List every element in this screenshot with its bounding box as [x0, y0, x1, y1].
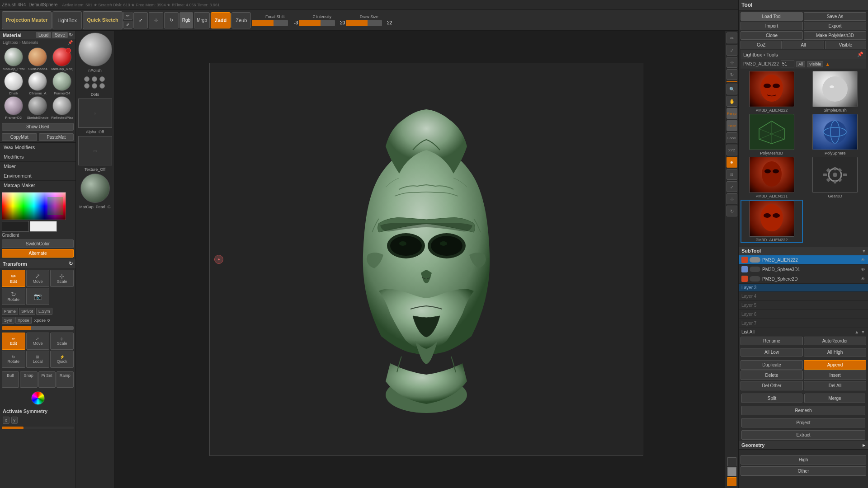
edit-icon-button[interactable]: ✏ — [123, 12, 132, 20]
load-tool-btn[interactable]: Load Tool — [741, 12, 803, 21]
environment-item[interactable]: Environment — [0, 171, 75, 181]
layer-5-slot[interactable]: Layer 5 — [739, 301, 868, 310]
clone-btn[interactable]: Clone — [741, 31, 803, 40]
mini-move2-btn[interactable]: ⤢ — [726, 181, 737, 192]
subtool-toggle-sphere2d[interactable] — [750, 276, 760, 282]
dot-4[interactable] — [84, 83, 90, 89]
make-polymesh-btn[interactable]: Make PolyMesh3D — [804, 31, 866, 40]
mini-brush-icon[interactable]: ✏ — [726, 33, 737, 43]
transform-slider[interactable] — [2, 326, 74, 330]
alpha-preview[interactable]: ○ — [78, 99, 112, 128]
subtool-item-sphere2d[interactable]: PM3D_Sphere2D 👁 — [739, 274, 868, 284]
subtool-toggle-alien222[interactable] — [750, 257, 760, 263]
matcap-maker-item[interactable]: Matcap Maker — [0, 181, 75, 190]
rotate-mode-btn[interactable]: ↻ — [164, 12, 179, 28]
subtool-eye-alien222[interactable]: 👁 — [861, 258, 865, 263]
mini-frame-btn[interactable]: ⊡ — [726, 169, 737, 180]
tool-thumb-polymesh3d[interactable]: PolyMesh3D — [741, 114, 803, 155]
material-item-reflected[interactable]: ReflectedPlastic — [50, 96, 74, 120]
mini-zoom-icon[interactable]: 🔍 — [726, 84, 737, 94]
tool-thumb-simplebrush[interactable]: SimpleBrush — [804, 71, 867, 113]
lightbox-pin-icon[interactable]: 📌 — [857, 52, 863, 57]
texture-preview[interactable]: ▭ — [78, 136, 112, 165]
mini-swatch-dark[interactable] — [727, 457, 736, 466]
material-item-framer02[interactable]: FramerO2 — [2, 96, 25, 120]
mini-scale2-btn[interactable]: ⊹ — [726, 193, 737, 204]
zeub-button[interactable]: Zeub — [231, 12, 251, 28]
append-btn[interactable]: Append — [804, 360, 866, 370]
subtool-item-alien222[interactable]: PM3D_ALIEN222 👁 — [739, 255, 868, 265]
mini-scale-icon[interactable]: ⊹ — [726, 57, 737, 68]
mini-persp-btn[interactable]: Persp — [726, 108, 737, 119]
lightbox-button[interactable]: LightBox — [52, 11, 82, 29]
tool-thumb-gear3d[interactable]: Gear3D — [804, 157, 867, 198]
draw-size-slider[interactable] — [346, 20, 382, 26]
material-item-chrome[interactable]: Chrome_A — [26, 72, 50, 95]
up-btn-subtool[interactable]: ▲ — [854, 329, 859, 334]
move-btn-2[interactable]: ⤢ Move — [26, 333, 50, 350]
lsym-btn[interactable]: L.Sym — [36, 308, 52, 315]
dot-5[interactable] — [92, 83, 97, 89]
material-item-framer04[interactable]: FramerO4 — [50, 72, 74, 95]
subtool-eye-sphere3d1[interactable]: 👁 — [861, 267, 865, 272]
all-btn[interactable]: All — [783, 41, 824, 49]
scroll-input[interactable] — [781, 61, 794, 67]
other-btn[interactable]: Other — [741, 466, 866, 476]
matcap-preview[interactable] — [80, 174, 110, 203]
all-high-btn[interactable]: All High — [804, 348, 866, 357]
edit-btn-2[interactable]: ✏ Edit — [2, 333, 25, 350]
wax-modifiers-item[interactable]: Wax Modifiers — [0, 143, 75, 152]
del-all-btn[interactable]: Del All — [804, 381, 866, 390]
down-btn-subtool[interactable]: ▼ — [861, 329, 865, 334]
local-btn[interactable]: ⊞ Local — [26, 351, 50, 368]
canvas-inner[interactable]: ● — [209, 63, 643, 456]
xpose-btn[interactable]: Xpose — [15, 317, 32, 324]
color-swatch-white[interactable] — [30, 221, 57, 232]
material-item-skinshed[interactable]: SkinShade4 — [26, 47, 50, 71]
brush-preview[interactable] — [78, 33, 112, 66]
material-save-btn[interactable]: Save — [52, 32, 68, 38]
breadcrumb-pin[interactable]: 📌 — [68, 40, 73, 45]
color-swatch-black[interactable] — [2, 221, 29, 232]
split-btn[interactable]: Split — [741, 394, 802, 403]
zadd-button[interactable]: Zadd — [211, 12, 231, 28]
material-item-matcap-pearl[interactable]: MatCap_Pearl_G — [2, 47, 25, 71]
remesh-btn[interactable]: Remesh — [741, 406, 865, 415]
goz-btn[interactable]: GoZ — [741, 41, 782, 49]
draw-transform-btn[interactable]: ✏ Edit — [2, 270, 25, 287]
visible-btn-right[interactable]: Visible — [825, 41, 866, 49]
del-other-btn[interactable]: Del Other — [741, 381, 803, 390]
symmetry-x-btn[interactable]: x — [3, 417, 9, 424]
mini-swatch-orange[interactable] — [727, 477, 736, 486]
spivot-btn[interactable]: SPivot — [19, 308, 35, 315]
ramp-btn[interactable]: Ramp — [57, 371, 74, 388]
canvas-area[interactable]: ● — [114, 31, 738, 488]
all-low-btn[interactable]: All Low — [741, 348, 803, 357]
material-item-sketchshaded[interactable]: SketchShaded3 — [26, 96, 50, 120]
tool-thumb-alien222-2[interactable]: PM3D_ALIEN222 — [741, 200, 803, 243]
mini-pan-icon[interactable]: ✋ — [726, 96, 737, 107]
rename-btn[interactable]: Rename — [741, 337, 803, 345]
scale-mode-btn[interactable]: ⊹ — [149, 12, 163, 28]
refresh-icon[interactable]: ↻ — [69, 32, 73, 38]
symmetry-slider[interactable] — [2, 427, 74, 429]
dot-2[interactable] — [92, 76, 97, 82]
mini-orange-btn[interactable]: ⊕ — [726, 157, 737, 168]
high-btn[interactable]: High — [741, 455, 866, 465]
color-canvas[interactable] — [2, 192, 66, 220]
show-used-button[interactable]: Show Used — [2, 123, 74, 131]
export-btn[interactable]: Export — [804, 22, 866, 30]
visible-toggle-btn[interactable]: Visible — [807, 61, 823, 67]
subtool-toggle-sphere3d1[interactable] — [750, 267, 760, 272]
mini-local-btn[interactable]: Local — [726, 132, 737, 143]
subtool-item-sphere3d1[interactable]: PM3D_Sphere3D1 👁 — [739, 265, 868, 274]
subtool-toggle-icon[interactable]: ▾ — [863, 248, 865, 254]
symmetry-y-btn[interactable]: y — [11, 417, 18, 424]
all-visible-btn[interactable]: All — [796, 61, 805, 67]
rotate-btn-2[interactable]: ↻ Rotate — [2, 351, 25, 368]
rotate-transform-btn[interactable]: ↻ Rotate — [2, 288, 25, 305]
piset-btn[interactable]: Pi Set — [38, 371, 56, 388]
up-arrow-icon[interactable]: ▲ — [825, 61, 830, 67]
rgb-button[interactable]: Rgb — [179, 12, 193, 28]
quick-sketch-button[interactable]: Quick Sketch — [83, 11, 123, 29]
